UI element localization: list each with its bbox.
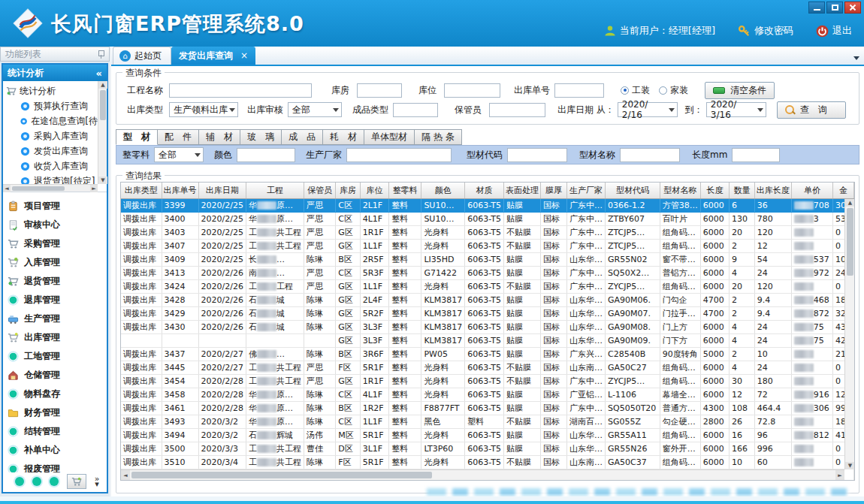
column-header-出库长度[interactable]: 出库长度: [754, 183, 791, 198]
whole-part-combo[interactable]: 全部: [154, 147, 204, 162]
material-tab-2[interactable]: 辅 材: [199, 129, 240, 145]
table-row[interactable]: 调拨出库34092020/2/25长…陈琳B区2R5F整料LI35HD6063-…: [121, 252, 854, 266]
material-tab-3[interactable]: 玻 璃: [240, 129, 282, 145]
sidebar-module-报废管理[interactable]: 报废管理: [8, 460, 105, 472]
table-row[interactable]: 调拨出库34542020/2/28工共工程严思G区1R1F整料光身料6063-T…: [121, 374, 854, 388]
length-mm-input[interactable]: [732, 148, 780, 162]
sidebar-module-审核中心[interactable]: 审核中心: [8, 216, 105, 234]
table-row[interactable]: 调拨出库34452020/2/27工共工程严思F区5R1F整料光身料6063-T…: [121, 361, 854, 374]
sidebar-module-财务管理[interactable]: 财务管理: [8, 403, 105, 422]
order-no-input[interactable]: [554, 83, 604, 98]
table-row[interactable]: 调拨出库34282020/2/26石城陈琳G区2L4F整料KLM38176063…: [121, 293, 854, 306]
tree-root-node[interactable]: 统计分析: [6, 83, 98, 98]
tree-item-退货查询[待定][interactable]: 退货查询[待定]: [6, 174, 98, 184]
scroll-left-icon[interactable]: ◄: [121, 470, 130, 480]
table-row[interactable]: 调拨出库35102020/3/4工共工程陈琳F区5R1F整料光身料6063-T5…: [121, 455, 854, 469]
scroll-right-icon[interactable]: ►: [835, 470, 844, 480]
table-row[interactable]: 调拨出库34372020/2/27佛…陈琳B区3R6F整料PW056063-T5…: [121, 347, 854, 361]
table-row[interactable]: 调拨出库34932020/3/2华原…陈琳C区1L1F整料黑色塑料不贴膜国标湖南…: [121, 415, 854, 428]
project-name-input[interactable]: [169, 83, 312, 98]
column-header-膜厚[interactable]: 膜厚: [540, 183, 566, 198]
column-header-材质[interactable]: 材质: [465, 183, 504, 198]
sidebar-module-工地管理[interactable]: 工地管理: [8, 347, 105, 366]
table-row[interactable]: 调拨出库34072020/2/25工共工程严思G区1L1F整料光身料6063-T…: [121, 239, 854, 252]
module-dot-icon[interactable]: [50, 477, 59, 486]
table-row[interactable]: 调拨出库34032020/2/25工共工程严思G区1R1F整料光身料6063-T…: [121, 225, 854, 239]
material-tab-1[interactable]: 配 件: [158, 129, 199, 145]
profile-name-input[interactable]: [620, 148, 680, 162]
module-dot-icon[interactable]: [15, 477, 24, 486]
pin-icon[interactable]: [97, 50, 104, 59]
sidebar-module-退库管理[interactable]: 退库管理: [8, 291, 105, 309]
table-row[interactable]: 调拨出库34002020/2/25华原…严思C区4L1F整料SU10…6063-…: [121, 212, 854, 225]
material-tab-0[interactable]: 型 材: [116, 129, 158, 145]
module-dot-icon[interactable]: [32, 477, 41, 486]
sidebar-module-生产管理[interactable]: 生产管理: [8, 309, 105, 328]
column-header-库房[interactable]: 库房: [336, 183, 360, 198]
sidebar-module-出库管理[interactable]: 出库管理: [8, 328, 105, 347]
tree-item-预算执行查询[interactable]: 预算执行查询: [6, 98, 98, 113]
change-password-button[interactable]: 修改密码: [738, 24, 793, 38]
maximize-button[interactable]: [826, 2, 843, 14]
tree-vscroll-thumb[interactable]: [100, 90, 106, 120]
sidebar-module-物料盘存[interactable]: 物料盘存: [8, 385, 105, 403]
product-type-input[interactable]: [393, 103, 438, 117]
material-tab-5[interactable]: 耗 材: [323, 129, 364, 145]
tree-vertical-scrollbar[interactable]: ▲ ▼: [98, 81, 107, 184]
date-from-picker[interactable]: 2020/ 2/16: [618, 102, 678, 117]
scroll-down-icon[interactable]: ▼: [98, 177, 107, 184]
stats-section-header[interactable]: 统计分析 «: [3, 65, 107, 81]
sidebar-module-仓储管理[interactable]: 仓储管理: [8, 366, 105, 385]
tree-item-在途信息查询[待[interactable]: 在途信息查询[待: [6, 113, 98, 128]
column-header-出库类型[interactable]: 出库类型: [121, 183, 162, 198]
table-row[interactable]: 调拨出库34242020/2/26工工程严思G区1L1F整料光身料6063-T5…: [121, 279, 854, 293]
tree-hscroll-thumb[interactable]: [12, 186, 65, 191]
table-row[interactable]: 调拨出库34132020/2/26南…严思C区5R3F整料G714226063-…: [121, 266, 854, 279]
close-button[interactable]: [844, 2, 861, 14]
warehouse-input[interactable]: [357, 83, 402, 98]
column-header-整零料[interactable]: 整零料: [389, 183, 421, 198]
table-row[interactable]: 调拨出库34612020/2/28华原…陈琳B区1R2F整料F8877FT606…: [121, 401, 854, 415]
scroll-left-icon[interactable]: ◄: [3, 185, 11, 192]
profile-code-input[interactable]: [507, 148, 567, 162]
column-header-型材名称[interactable]: 型材名称: [660, 183, 700, 198]
sidebar-module-结转管理[interactable]: 结转管理: [8, 422, 105, 441]
grid-hscroll-thumb[interactable]: [131, 472, 432, 478]
column-header-数量[interactable]: 数量: [730, 183, 755, 198]
manufacturer-input[interactable]: [346, 148, 452, 162]
tab-list-dropdown-icon[interactable]: [853, 56, 859, 60]
material-tab-6[interactable]: 单体型材: [364, 129, 415, 145]
sidebar-module-项目管理[interactable]: 项目管理: [8, 197, 105, 216]
sidebar-module-入库管理[interactable]: 入库管理: [8, 253, 105, 272]
jiazhuang-radio[interactable]: [659, 86, 667, 95]
clear-conditions-button[interactable]: 清空条件: [705, 82, 775, 99]
grid-vscroll-thumb[interactable]: [847, 208, 853, 276]
location-input[interactable]: [444, 83, 500, 98]
material-tab-7[interactable]: 隔 热 条: [415, 129, 462, 145]
scroll-up-icon[interactable]: ▲: [845, 199, 855, 207]
minimize-button[interactable]: [808, 2, 825, 14]
tab-home[interactable]: ⌂ 起始页: [113, 47, 171, 65]
column-header-单价[interactable]: 单价: [791, 183, 832, 198]
column-header-颜色[interactable]: 颜色: [421, 183, 465, 198]
out-type-combo[interactable]: 生产领料出库: [169, 102, 238, 117]
column-header-保管员[interactable]: 保管员: [304, 183, 335, 198]
table-row[interactable]: 调拨出库34292020/2/26石城陈琳G区5R2F整料KLM38176063…: [121, 306, 854, 320]
column-header-金[interactable]: 金: [832, 183, 853, 198]
table-row[interactable]: 调拨出库34582020/2/28华原…陈琳C区4L1F整料光身料6063-T5…: [121, 388, 854, 401]
tree-item-发货出库查询[interactable]: 发货出库查询: [6, 143, 98, 158]
column-header-库位[interactable]: 库位: [360, 183, 389, 198]
date-to-picker[interactable]: 2020/ 3/16: [706, 102, 766, 117]
collapse-icon[interactable]: «: [96, 68, 102, 79]
table-row[interactable]: 调拨出库35002020/3/3工共工程曹佳D区3L1F整料LT3P606063…: [121, 442, 854, 455]
tree-item-采购入库查询[interactable]: 采购入库查询: [6, 128, 98, 143]
scroll-right-icon[interactable]: ►: [90, 185, 98, 192]
column-header-出库单号[interactable]: 出库单号: [162, 183, 198, 198]
gongzhuang-radio[interactable]: [621, 86, 629, 95]
column-header-长度[interactable]: 长度: [700, 183, 729, 198]
sidebar-module-采购管理[interactable]: 采购管理: [8, 234, 105, 253]
column-header-型材代码[interactable]: 型材代码: [606, 183, 660, 198]
scroll-down-icon[interactable]: ▼: [845, 462, 855, 469]
tree-horizontal-scrollbar[interactable]: ◄ ►: [3, 184, 98, 192]
column-header-工程[interactable]: 工程: [246, 183, 304, 198]
